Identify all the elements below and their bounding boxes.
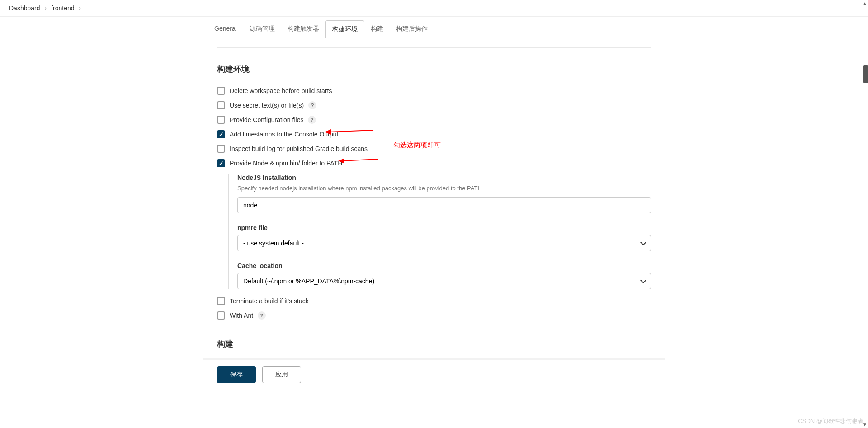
breadcrumb: Dashboard › frontend › <box>0 0 868 17</box>
field-label-npmrc: npmrc file <box>237 224 651 231</box>
tab-post-build[interactable]: 构建后操作 <box>390 20 434 38</box>
help-icon[interactable]: ? <box>308 116 316 124</box>
help-icon[interactable]: ? <box>258 311 266 320</box>
section-title-env: 构建环境 <box>217 64 651 75</box>
tab-triggers[interactable]: 构建触发器 <box>281 20 326 38</box>
label-with-ant: With Ant <box>230 312 253 319</box>
checkbox-provide-config[interactable] <box>217 116 225 124</box>
annotation-arrow-icon <box>325 128 374 136</box>
label-provide-node: Provide Node & npm bin/ folder to PATH <box>230 160 342 167</box>
save-button[interactable]: 保存 <box>217 366 256 383</box>
svg-marker-1 <box>325 129 331 135</box>
scroll-up-icon[interactable]: ▲ <box>863 1 867 6</box>
select-cache-location[interactable]: Default (~/.npm or %APP_DATA%\npm-cache) <box>237 273 651 289</box>
label-delete-workspace: Delete workspace before build starts <box>230 87 332 94</box>
svg-marker-3 <box>338 158 344 164</box>
tab-build[interactable]: 构建 <box>364 20 390 38</box>
section-title-build: 构建 <box>217 339 651 349</box>
nodejs-subsection: NodeJS Installation Specify needed nodej… <box>228 174 651 289</box>
label-provide-config: Provide Configuration files <box>230 116 303 123</box>
checkbox-with-ant[interactable] <box>217 311 225 320</box>
select-nodejs-installation[interactable]: node <box>237 197 651 213</box>
breadcrumb-project[interactable]: frontend <box>51 5 74 12</box>
field-desc-nodejs-install: Specify needed nodejs installation where… <box>237 185 651 192</box>
label-add-timestamps: Add timestamps to the Console Output <box>230 131 338 138</box>
svg-line-2 <box>343 159 378 161</box>
field-label-cache-location: Cache location <box>237 262 651 269</box>
label-terminate-stuck: Terminate a build if it's stuck <box>230 297 309 305</box>
label-use-secret: Use secret text(s) or file(s) <box>230 102 304 109</box>
chevron-right-icon: › <box>79 5 81 12</box>
checkbox-use-secret[interactable] <box>217 101 225 109</box>
breadcrumb-dashboard[interactable]: Dashboard <box>9 5 40 12</box>
divider <box>217 47 651 48</box>
tab-scm[interactable]: 源码管理 <box>243 20 281 38</box>
tab-general[interactable]: General <box>208 20 243 38</box>
checkbox-provide-node[interactable] <box>217 159 225 167</box>
apply-button[interactable]: 应用 <box>262 366 301 383</box>
checkbox-delete-workspace[interactable] <box>217 87 225 95</box>
checkbox-terminate-stuck[interactable] <box>217 297 225 305</box>
config-tabs: General 源码管理 构建触发器 构建环境 构建 构建后操作 <box>203 20 665 38</box>
annotation-text: 勾选这两项即可 <box>393 141 441 150</box>
scrollbar-thumb[interactable] <box>863 65 868 83</box>
checkbox-add-timestamps[interactable] <box>217 130 225 138</box>
annotation-arrow-icon <box>338 157 379 165</box>
checkbox-inspect-gradle[interactable] <box>217 145 225 153</box>
svg-line-0 <box>329 130 373 132</box>
tab-build-env[interactable]: 构建环境 <box>326 20 364 38</box>
select-npmrc-file[interactable]: - use system default - <box>237 235 651 251</box>
config-panel: General 源码管理 构建触发器 构建环境 构建 构建后操作 构建环境 De… <box>203 17 665 392</box>
field-label-nodejs-install: NodeJS Installation <box>237 174 651 181</box>
help-icon[interactable]: ? <box>308 101 316 109</box>
chevron-right-icon: › <box>45 5 47 12</box>
label-inspect-gradle: Inspect build log for published Gradle b… <box>230 145 368 152</box>
